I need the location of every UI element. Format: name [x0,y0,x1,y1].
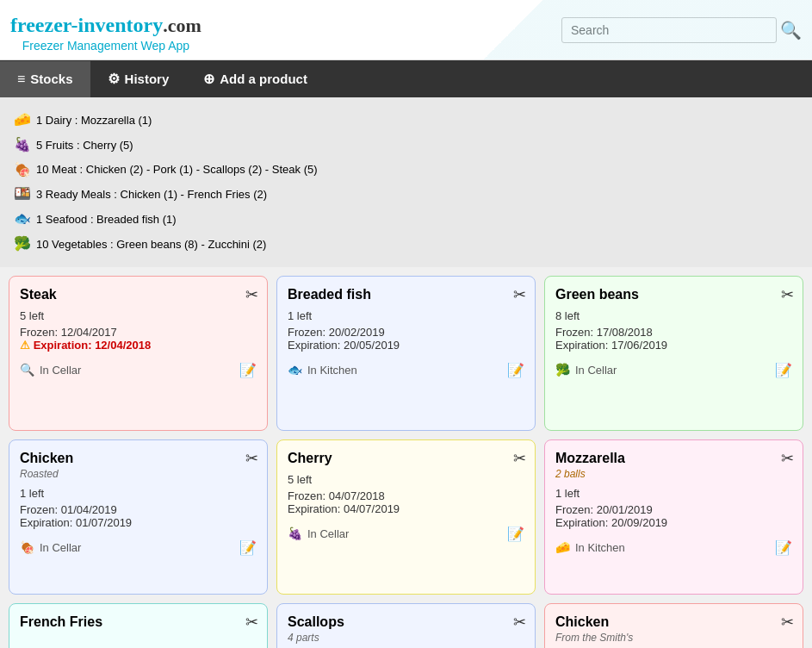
summary-seafood-text: 1 Seafood : Breaded fish (1) [36,209,177,229]
delete-scallops-button[interactable]: ✂ [513,613,526,632]
logo-subtitle: Freezer Management Wep App [10,39,201,53]
steak-location: 🔍 In Cellar [20,363,81,377]
delete-breaded-fish-button[interactable]: ✂ [513,285,526,304]
mozz-left: 1 left [555,487,792,500]
summary-meals-text: 3 Ready Meals : Chicken (1) - French Fri… [36,184,267,204]
delete-mozzarella-button[interactable]: ✂ [781,449,794,468]
edit-mozz-button[interactable]: 📝 [775,539,792,556]
kitchen-fish-icon: 🐟 [288,363,302,377]
summary-row-seafood: 🐟 1 Seafood : Breaded fish (1) [14,207,798,232]
card-chicken-subtitle: Roasted [20,468,257,480]
main-nav: ≡ Stocks ⚙ History ⊕ Add a product [0,60,812,97]
header: freezer-inventory.com Freezer Management… [0,0,812,60]
card-chicken2: ✂ Chicken From the Smith's [544,603,803,648]
summary-meat-text: 10 Meat : Chicken (2) - Pork (1) - Scall… [36,159,318,179]
nav-stocks[interactable]: ≡ Stocks [0,61,90,97]
cherry-left: 5 left [288,473,524,486]
card-green-beans-info: 8 left Frozen: 17/08/2018 Expiration: 17… [555,309,792,352]
card-breaded-fish-title: Breaded fish [288,287,524,302]
delete-green-beans-button[interactable]: ✂ [781,285,794,304]
delete-cherry-button[interactable]: ✂ [513,449,526,468]
mozz-expiry: Expiration: 20/09/2019 [555,516,792,529]
edit-fish-button[interactable]: 📝 [507,362,524,378]
chicken-left: 1 left [20,487,257,500]
warning-icon: ⚠ [20,339,30,352]
cellar-beans-icon: 🥦 [555,363,570,377]
steak-left: 5 left [20,309,257,322]
card-fries-title: French Fries [20,614,257,630]
fish-location: 🐟 In Kitchen [288,363,357,377]
beans-expiry: Expiration: 17/06/2019 [555,339,792,352]
beans-location: 🥦 In Cellar [555,363,617,377]
summary-dairy-text: 1 Dairy : Mozzarella (1) [36,110,152,130]
nav-stocks-label: Stocks [30,72,72,86]
edit-cherry-button[interactable]: 📝 [507,526,524,542]
logo-suffix: .com [163,15,201,36]
delete-chicken-button[interactable]: ✂ [245,449,258,468]
card-chicken: ✂ Chicken Roasted 1 left Frozen: 01/04/2… [9,439,268,595]
nav-add-product[interactable]: ⊕ Add a product [186,60,325,97]
nav-add-label: Add a product [220,72,307,86]
cellar-chicken-icon: 🍖 [20,540,34,554]
history-icon: ⚙ [108,71,120,87]
cellar-cherry-icon: 🍇 [288,526,302,540]
fish-left: 1 left [288,309,524,322]
card-breaded-fish-info: 1 left Frozen: 20/02/2019 Expiration: 20… [288,309,524,352]
card-mozzarella-info: 1 left Frozen: 20/01/2019 Expiration: 20… [555,487,792,529]
search-button[interactable]: 🔍 [780,20,802,40]
stocks-icon: ≡ [17,72,25,87]
beans-frozen: Frozen: 17/08/2018 [555,326,792,339]
card-mozzarella: ✂ Mozzarella 2 balls 1 left Frozen: 20/0… [544,439,803,595]
beans-left: 8 left [555,309,792,322]
chicken-frozen: Frozen: 01/04/2019 [20,503,257,516]
card-green-beans: ✂ Green beans 8 left Frozen: 17/08/2018 … [544,276,803,431]
delete-fries-button[interactable]: ✂ [245,613,258,632]
steak-footer: 🔍 In Cellar 📝 [20,362,257,378]
kitchen-mozz-icon: 🧀 [555,540,570,554]
cherry-footer: 🍇 In Cellar 📝 [288,526,524,542]
search-input[interactable] [561,17,777,43]
vegetables-icon: 🥦 [14,232,31,257]
steak-frozen: Frozen: 12/04/2017 [20,326,257,339]
card-chicken2-subtitle: From the Smith's [555,632,792,644]
card-breaded-fish: ✂ Breaded fish 1 left Frozen: 20/02/2019… [276,276,536,431]
card-mozzarella-subtitle: 2 balls [555,468,792,480]
card-scallops: ✂ Scallops 4 parts [276,603,536,648]
summary-section: 🧀 1 Dairy : Mozzarella (1) 🍇 5 Fruits : … [0,97,812,267]
add-icon: ⊕ [203,71,214,87]
edit-chicken-button[interactable]: 📝 [239,539,257,556]
search-container: 🔍 [561,17,802,43]
dairy-icon: 🧀 [14,108,31,133]
delete-steak-button[interactable]: ✂ [245,285,258,304]
card-green-beans-title: Green beans [555,287,792,302]
cherry-frozen: Frozen: 04/07/2018 [288,489,524,502]
seafood-icon: 🐟 [14,207,31,232]
cellar-icon: 🔍 [20,363,34,377]
mozz-footer: 🧀 In Kitchen 📝 [555,539,792,556]
fish-frozen: Frozen: 20/02/2019 [288,326,524,339]
logo-main: freezer-inventory [10,14,163,36]
delete-chicken2-button[interactable]: ✂ [781,613,794,632]
nav-history-label: History [125,72,170,86]
card-french-fries: ✂ French Fries [9,603,268,648]
logo-container: freezer-inventory.com Freezer Management… [10,7,201,53]
fish-footer: 🐟 In Kitchen 📝 [288,362,524,378]
card-steak-title: Steak [20,287,257,302]
fruits-icon: 🍇 [14,133,31,158]
summary-fruits-text: 5 Fruits : Cherry (5) [36,135,133,155]
nav-history[interactable]: ⚙ History [90,60,187,97]
edit-beans-button[interactable]: 📝 [775,362,792,378]
chicken-location: 🍖 In Cellar [20,540,81,554]
card-steak: ✂ Steak 5 left Frozen: 12/04/2017 ⚠ Expi… [9,276,268,431]
card-mozzarella-title: Mozzarella [555,451,792,466]
cherry-location: 🍇 In Cellar [288,526,349,540]
card-cherry-title: Cherry [288,451,524,466]
mozz-frozen: Frozen: 20/01/2019 [555,503,792,516]
chicken-expiry: Expiration: 01/07/2019 [20,516,257,529]
card-cherry: ✂ Cherry 5 left Frozen: 04/07/2018 Expir… [276,439,536,595]
edit-steak-button[interactable]: 📝 [239,362,257,378]
summary-row-meals: 🍱 3 Ready Meals : Chicken (1) - French F… [14,182,798,207]
meat-icon: 🍖 [14,158,31,183]
card-scallops-subtitle: 4 parts [288,632,524,644]
beans-footer: 🥦 In Cellar 📝 [555,362,792,378]
